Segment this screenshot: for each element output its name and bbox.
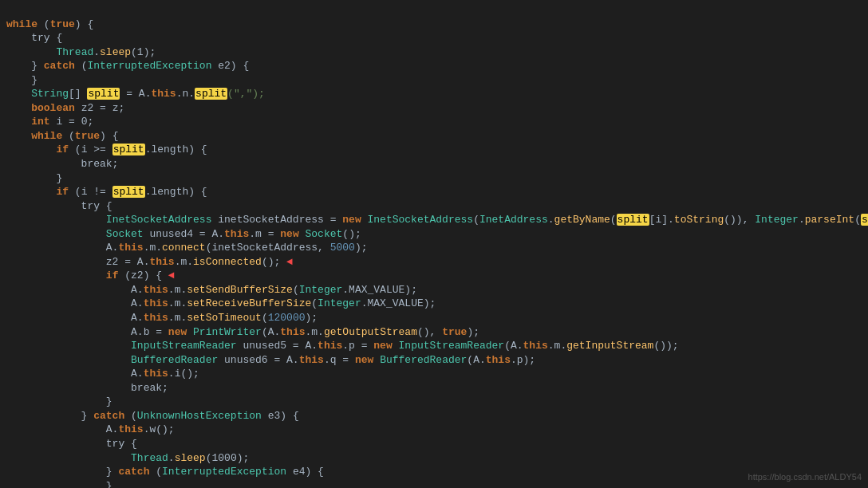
code-line: break;: [6, 381, 862, 396]
code-line: Socket unused4 = A.this.m = new Socket()…: [6, 227, 862, 242]
code-line: InetSocketAddress inetSocketAddress = ne…: [6, 213, 862, 227]
code-line: Thread.sleep(1000);: [6, 451, 862, 466]
code-line: } catch (InterruptedException e4) {: [6, 465, 862, 479]
code-line: }: [6, 479, 862, 488]
code-line: try {: [6, 31, 862, 45]
code-line: BufferedReader unused6 = A.this.q = new …: [6, 353, 862, 368]
code-line: }: [6, 73, 862, 88]
code-editor: while (true) { try { Thread.sleep(1); } …: [0, 0, 868, 488]
code-line: z2 = A.this.m.isConnected(); ◄: [6, 255, 862, 270]
code-line: if (i != split.length) {: [6, 185, 862, 199]
code-line: A.this.m.setReceiveBufferSize(Integer.MA…: [6, 297, 862, 311]
code-line: break;: [6, 157, 862, 171]
code-line: A.this.m.setSoTimeout(120000);: [6, 311, 862, 325]
code-line: }: [6, 171, 862, 186]
code-line: }: [6, 395, 862, 409]
code-line: Thread.sleep(1);: [6, 45, 862, 60]
code-line: while (true) {: [6, 129, 862, 144]
code-line: while (true) {: [6, 18, 862, 32]
code-line: A.this.i();: [6, 367, 862, 381]
code-line: InputStreamReader unused5 = A.this.p = n…: [6, 339, 862, 353]
code-line: try {: [6, 199, 862, 214]
code-line: } catch (UnknownHostException e3) {: [6, 409, 862, 423]
code-line: A.b = new PrintWriter(A.this.m.getOutput…: [6, 325, 862, 340]
code-line: boolean z2 = z;: [6, 101, 862, 116]
code-line: try {: [6, 437, 862, 451]
code-line: A.this.w();: [6, 423, 862, 437]
code-line: A.this.m.connect(inetSocketAddress, 5000…: [6, 241, 862, 255]
code-line: String[] split = A.this.n.split(",");: [6, 87, 862, 101]
code-line: int i = 0;: [6, 115, 862, 129]
code-line: A.this.m.setSendBufferSize(Integer.MAX_V…: [6, 283, 862, 297]
watermark: https://blog.csdn.net/ALDY54: [748, 471, 862, 483]
code-line: if (z2) { ◄: [6, 269, 862, 283]
code-line: if (i >= split.length) {: [6, 143, 862, 157]
code-line: } catch (InterruptedException e2) {: [6, 59, 862, 73]
